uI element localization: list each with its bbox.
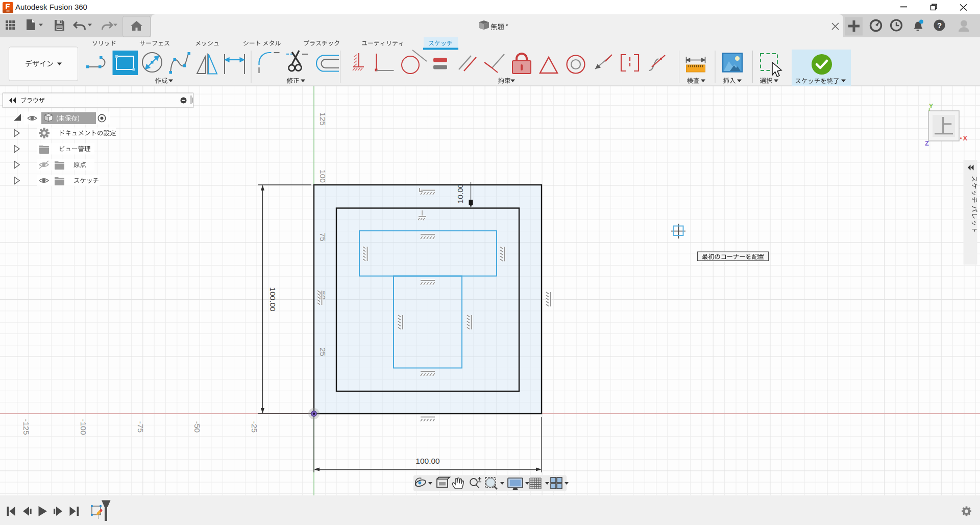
svg-text:75: 75 [318,232,327,241]
svg-text:?: ? [937,21,942,30]
svg-text:100.00: 100.00 [268,287,277,312]
svg-text:-100: -100 [79,419,88,435]
svg-text:Autodesk Fusion 360: Autodesk Fusion 360 [15,3,87,11]
svg-text:25: 25 [318,347,327,356]
svg-text:Z: Z [925,139,929,147]
svg-text:-75: -75 [136,421,145,433]
svg-text:10.00: 10.00 [456,183,464,203]
svg-text:100: 100 [318,170,327,183]
svg-text:X: X [963,134,968,142]
svg-text:-50: -50 [193,421,202,433]
svg-text:-25: -25 [250,421,259,433]
svg-text:100.00: 100.00 [415,457,440,465]
svg-text:125: 125 [318,112,327,126]
svg-text:-125: -125 [22,419,31,435]
